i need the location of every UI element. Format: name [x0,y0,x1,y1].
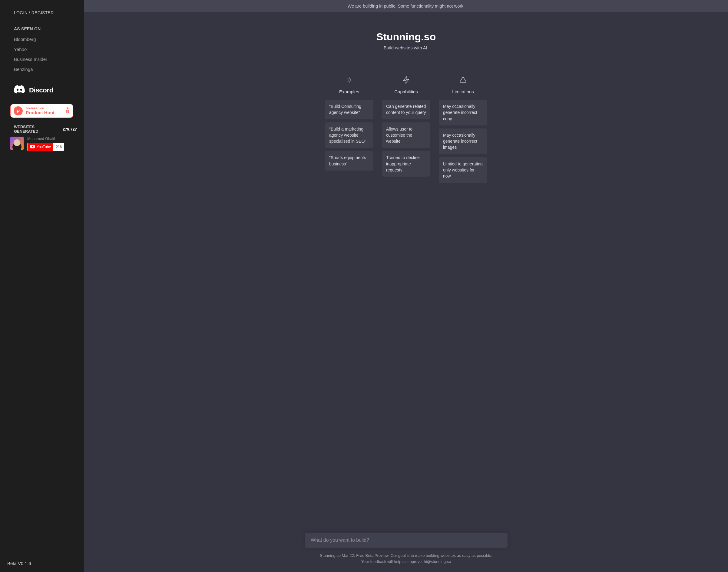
profile-row: Mohamed Ghaith YouTube 216 [10,137,77,151]
websites-generated-count: 279,727 [63,127,77,132]
capabilities-heading: Capabilities [394,89,418,94]
version-label: Beta V0.1.6 [7,561,31,566]
sun-icon [345,75,353,85]
press-link-yahoo[interactable]: Yahoo [14,44,70,54]
websites-generated-label: WEBSITES GENERATED: [14,125,59,134]
discord-link[interactable]: Discord [14,85,77,95]
limitation-card: May occasionally generate incorrect imag… [439,129,487,154]
product-hunt-upvote-count: 51 [66,110,69,113]
product-hunt-logo-icon: P [14,106,23,116]
page-subtitle: Build websites with AI. [384,45,428,50]
press-list: Bloomberg Yahoo Business Insider Benzing… [7,34,77,74]
sidebar-divider [10,20,74,20]
example-card[interactable]: "Build a marketing agency website specia… [325,122,374,148]
product-hunt-featured-label: FEATURED ON [26,107,55,110]
capabilities-column: Capabilities Can generate related conten… [382,75,430,183]
example-card[interactable]: "Sports equipments business" [325,151,374,170]
example-card[interactable]: "Build Consulting agency website" [325,100,374,119]
as-seen-on-label: AS SEEN ON [7,26,77,34]
capability-card: Trained to decline inappropriate request… [382,151,430,176]
footer-line-2: Your feedback will help us improve. hi@s… [361,559,451,564]
upvote-triangle-icon: ▲ [66,106,69,110]
svg-marker-9 [403,77,409,83]
youtube-label: YouTube [36,145,51,149]
discord-label: Discord [29,86,53,94]
limitations-heading: Limitations [452,89,474,94]
warning-triangle-icon [459,75,467,85]
footer-line-1: Stunning.so Mar 22. Free Beta Preview. O… [320,553,492,558]
product-hunt-upvote: ▲ 51 [66,106,69,113]
product-hunt-name: Product Hunt [26,110,55,115]
limitation-card: May occasionally generate incorrect copy [439,100,487,126]
press-link-business-insider[interactable]: Business Insider [14,54,70,64]
lightning-icon [402,75,410,85]
sidebar: LOGIN / REGISTER AS SEEN ON Bloomberg Ya… [0,0,84,572]
svg-point-0 [348,79,350,81]
footer-text: Stunning.so Mar 22. Free Beta Preview. O… [305,553,507,565]
info-columns: Examples "Build Consulting agency websit… [325,75,487,183]
profile-name: Mohamed Ghaith [27,137,64,141]
examples-column: Examples "Build Consulting agency websit… [325,75,374,183]
capability-card: Can generate related content to your que… [382,100,430,119]
websites-generated-stats: WEBSITES GENERATED: 279,727 [14,125,77,134]
svg-line-4 [351,82,351,82]
page-title: Stunning.so [377,31,436,43]
youtube-icon [30,145,35,149]
product-hunt-badge[interactable]: P FEATURED ON Product Hunt ▲ 51 [10,104,73,118]
login-register-link[interactable]: LOGIN / REGISTER [7,7,77,20]
content: Stunning.so Build websites with AI. Exam… [84,12,728,572]
press-link-bloomberg[interactable]: Bloomberg [14,34,70,44]
press-link-benzinga[interactable]: Benzinga [14,64,70,74]
capability-card: Allows user to customise the website [382,122,430,148]
prompt-input[interactable] [305,532,507,548]
avatar[interactable] [10,137,24,150]
youtube-count: 216 [53,143,64,151]
prompt-input-row [305,520,507,548]
svg-line-7 [347,82,347,82]
limitations-column: Limitations May occasionally generate in… [439,75,487,183]
discord-icon [14,85,25,95]
top-banner: We are building in public. Some function… [84,0,728,12]
svg-line-3 [347,78,347,78]
main: We are building in public. Some function… [84,0,728,572]
limitation-card: Limited to generating only websites for … [439,157,487,183]
svg-line-8 [351,78,351,78]
youtube-button[interactable]: YouTube 216 [27,143,64,151]
examples-heading: Examples [339,89,359,94]
